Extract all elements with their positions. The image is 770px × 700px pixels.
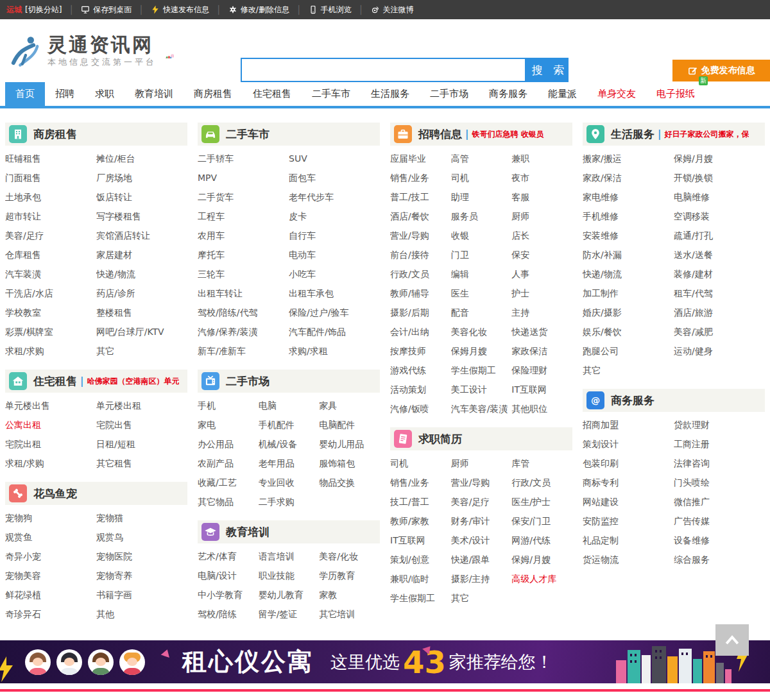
category-link[interactable]: 土地承包 bbox=[5, 187, 96, 207]
category-link[interactable]: 整楼租售 bbox=[96, 303, 187, 322]
category-link[interactable]: 包装印刷 bbox=[583, 454, 674, 473]
site-logo[interactable]: 灵通资讯网 本地信息交流第一平台 bbox=[9, 34, 157, 68]
category-link[interactable]: 营业/导购 bbox=[451, 473, 512, 492]
category-link[interactable]: 送水/送餐 bbox=[674, 245, 765, 264]
topbar-link[interactable]: 关注微博 bbox=[371, 4, 414, 15]
category-link[interactable]: 普工/技工 bbox=[390, 187, 451, 207]
category-link[interactable]: 二手求购 bbox=[259, 492, 320, 511]
category-link[interactable]: 技工/普工 bbox=[390, 492, 451, 511]
nav-item-商务服务[interactable]: 商务服务 bbox=[479, 82, 538, 106]
category-link[interactable]: 门头喷绘 bbox=[674, 473, 765, 492]
category-link[interactable]: 应届毕业 bbox=[390, 149, 451, 168]
section-notice-link[interactable]: 哈佛家园（空港南区）单元 bbox=[87, 376, 179, 387]
category-link[interactable]: 摄影/后期 bbox=[390, 303, 451, 322]
search-button[interactable]: 搜 索 bbox=[526, 58, 569, 82]
category-link[interactable]: 助理 bbox=[451, 187, 512, 207]
nav-item-教育培训[interactable]: 教育培训 bbox=[124, 82, 184, 106]
category-link[interactable]: 教师/家教 bbox=[390, 511, 451, 531]
category-link[interactable]: 药店/诊所 bbox=[96, 284, 187, 303]
category-link[interactable]: 酒店/餐饮 bbox=[390, 207, 451, 226]
category-link[interactable]: 加工制作 bbox=[583, 284, 674, 303]
category-link[interactable]: 出租车转让 bbox=[198, 284, 289, 303]
category-link[interactable]: 宠物美容 bbox=[5, 566, 96, 585]
category-link[interactable]: 新车/准新车 bbox=[198, 341, 289, 361]
category-link[interactable]: 跑腿公司 bbox=[583, 341, 674, 361]
category-link[interactable]: 学生假期工 bbox=[390, 588, 451, 608]
category-link[interactable]: 汽车配件/饰品 bbox=[289, 322, 380, 341]
category-link[interactable]: 奇珍异石 bbox=[5, 604, 96, 624]
category-link[interactable]: 保险理财 bbox=[511, 361, 572, 380]
category-link[interactable]: 财务/审计 bbox=[451, 511, 512, 531]
category-link[interactable]: 服饰箱包 bbox=[319, 454, 380, 473]
section-title[interactable]: 商务服务 bbox=[611, 393, 654, 408]
category-link[interactable]: 高管 bbox=[451, 149, 512, 168]
category-link[interactable]: 酒店/旅游 bbox=[674, 303, 765, 322]
category-link[interactable]: 门面租售 bbox=[5, 168, 96, 187]
category-link[interactable]: 编辑 bbox=[451, 264, 512, 284]
nav-item-单身交友[interactable]: 单身交友 bbox=[587, 82, 646, 106]
category-link[interactable]: 求租/求购 bbox=[5, 454, 96, 473]
category-link[interactable]: 美容/足疗 bbox=[5, 226, 96, 245]
topbar-link[interactable]: 快速发布信息 bbox=[151, 4, 209, 15]
section-title[interactable]: 二手市场 bbox=[226, 374, 270, 389]
section-notice-link[interactable]: 铁哥们店急聘 收银员 bbox=[472, 129, 543, 140]
category-link[interactable]: 店长 bbox=[511, 226, 572, 245]
category-link[interactable]: 宠物寄养 bbox=[96, 566, 187, 585]
category-link[interactable]: 运动/健身 bbox=[674, 341, 765, 361]
category-link[interactable]: 客服 bbox=[511, 187, 572, 207]
category-link[interactable]: 单元楼出售 bbox=[5, 396, 96, 415]
category-link[interactable]: 机械/设备 bbox=[259, 434, 320, 454]
topbar-link[interactable]: 手机浏览 bbox=[309, 4, 352, 15]
promo-banner[interactable]: 租心仪公寓 这里优选 43 家推荐给您！ bbox=[0, 640, 770, 683]
category-link[interactable]: 家具 bbox=[319, 396, 380, 415]
category-link[interactable]: 电脑/设计 bbox=[198, 566, 259, 585]
category-link[interactable]: 快递/跟单 bbox=[451, 550, 512, 569]
category-link[interactable]: 电脑维修 bbox=[674, 187, 765, 207]
category-link[interactable]: 商标专利 bbox=[583, 473, 674, 492]
category-link[interactable]: 专业回收 bbox=[259, 473, 320, 492]
category-link[interactable]: 娱乐/餐饮 bbox=[583, 322, 674, 341]
category-link[interactable]: 手机 bbox=[198, 396, 259, 415]
category-link[interactable]: 自行车 bbox=[289, 226, 380, 245]
flash-sale-bar[interactable]: 9.9爆款特卖 › bbox=[0, 689, 770, 700]
section-title[interactable]: 花鸟鱼宠 bbox=[33, 486, 77, 501]
category-link[interactable]: 装修/建材 bbox=[674, 264, 765, 284]
nav-item-首页[interactable]: 首页 bbox=[5, 82, 45, 106]
search-input[interactable] bbox=[241, 58, 526, 82]
category-link[interactable]: 微信推广 bbox=[674, 492, 765, 511]
category-link[interactable]: 行政/文员 bbox=[511, 473, 572, 492]
category-link[interactable]: 快递/物流 bbox=[96, 264, 187, 284]
category-link[interactable]: 家教 bbox=[319, 585, 380, 604]
category-link[interactable]: 婴幼儿用品 bbox=[319, 434, 380, 454]
category-link[interactable]: 医生/护士 bbox=[511, 492, 572, 511]
category-link[interactable]: 保姆月嫂 bbox=[451, 341, 512, 361]
category-link[interactable]: 学历教育 bbox=[319, 566, 380, 585]
category-link[interactable]: 保安 bbox=[511, 245, 572, 264]
category-link[interactable]: 宅院出售 bbox=[96, 415, 187, 434]
section-title[interactable]: 住宅租售 bbox=[33, 374, 77, 389]
category-link[interactable]: 三轮车 bbox=[198, 264, 289, 284]
category-link[interactable]: 安装维修 bbox=[583, 226, 674, 245]
category-link[interactable]: 书籍字画 bbox=[96, 585, 187, 604]
category-link[interactable]: 美容/足疗 bbox=[451, 492, 512, 511]
category-link[interactable]: 设备维修 bbox=[674, 531, 765, 550]
category-link[interactable]: 招商加盟 bbox=[583, 415, 674, 434]
nav-item-住宅租售[interactable]: 住宅租售 bbox=[243, 82, 302, 106]
category-link[interactable]: 防水/补漏 bbox=[583, 245, 674, 264]
category-link[interactable]: 其它 bbox=[96, 341, 187, 361]
category-link[interactable]: 服务员 bbox=[451, 207, 512, 226]
category-link[interactable]: 其他 bbox=[96, 604, 187, 624]
category-link[interactable]: 会计/出纳 bbox=[390, 322, 451, 341]
nav-item-二手市场[interactable]: 二手市场 bbox=[420, 82, 479, 106]
category-link[interactable]: 护士 bbox=[511, 284, 572, 303]
category-link[interactable]: 其它租售 bbox=[96, 454, 187, 473]
category-link[interactable]: 中小学教育 bbox=[198, 585, 259, 604]
category-link[interactable]: 货运物流 bbox=[583, 550, 674, 569]
category-link[interactable]: 按摩技师 bbox=[390, 341, 451, 361]
topbar-link[interactable]: 修改/删除信息 bbox=[228, 4, 289, 15]
category-link[interactable]: 其他职位 bbox=[511, 399, 572, 418]
category-link[interactable]: 奇异小宠 bbox=[5, 547, 96, 566]
category-link[interactable]: 公寓出租 bbox=[5, 415, 96, 434]
category-link[interactable]: 小吃车 bbox=[289, 264, 380, 284]
category-link[interactable]: 其它培训 bbox=[319, 604, 380, 624]
